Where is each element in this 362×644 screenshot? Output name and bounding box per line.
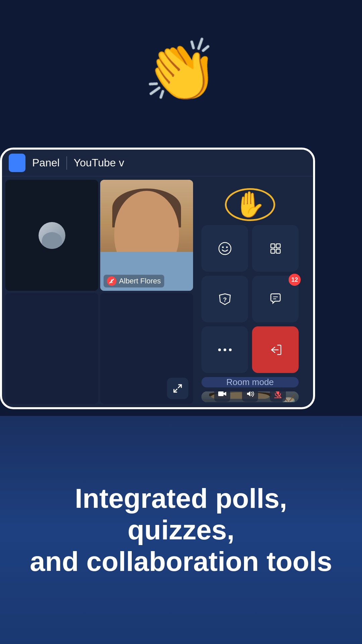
icon-grid: ? 12 (201, 225, 299, 373)
svg-point-15 (218, 348, 221, 351)
avatar-body (42, 232, 62, 249)
more-button[interactable] (201, 326, 248, 373)
device-section: Panel YouTube v (0, 141, 362, 416)
room-mode-button[interactable]: Room mode (201, 377, 299, 387)
clap-emoji: 👏 (143, 40, 219, 101)
video-cell-empty-2 (100, 293, 193, 404)
svg-rect-10 (271, 249, 275, 253)
svg-point-7 (226, 246, 228, 248)
chat-button[interactable]: 12 (252, 276, 299, 322)
bottom-preview: 🥁 (201, 391, 299, 402)
svg-point-16 (224, 348, 226, 351)
svg-point-17 (229, 348, 232, 351)
avatar-circle (39, 222, 65, 249)
expand-button[interactable] (167, 378, 188, 399)
panel-tab[interactable]: Panel (32, 157, 60, 169)
chat-badge: 12 (289, 274, 301, 286)
svg-text:?: ? (223, 297, 227, 303)
emoji-button[interactable] (201, 225, 248, 272)
question-button[interactable]: ? (201, 276, 248, 322)
exit-button[interactable] (252, 326, 299, 373)
bottom-text-line1: Integrated polls, quizzes, (75, 483, 287, 545)
hand-raise-button[interactable]: ✋ (225, 188, 275, 221)
svg-rect-8 (271, 244, 275, 248)
svg-rect-9 (276, 244, 280, 248)
tab-bar: Panel YouTube v (2, 150, 313, 176)
video-cell-avatar (5, 180, 98, 291)
preview-controls (201, 391, 299, 402)
video-grid: Albert Flores (2, 176, 196, 407)
tab-divider (66, 156, 67, 170)
svg-rect-11 (276, 249, 280, 253)
svg-point-6 (222, 246, 224, 248)
albert-face (100, 180, 193, 291)
svg-point-5 (219, 243, 231, 255)
right-panel: ✋ (196, 176, 304, 407)
room-mode-label: Room mode (226, 377, 274, 387)
bottom-text-line2: and collaboration tools (30, 546, 332, 577)
bottom-headline: Integrated polls, quizzes, and collabora… (27, 483, 335, 578)
preview-camera-button[interactable] (214, 391, 230, 402)
tab-blue-block (9, 154, 25, 172)
grid-button[interactable] (252, 225, 299, 272)
video-cell-empty-1 (5, 293, 98, 404)
device-frame: Panel YouTube v (0, 148, 315, 409)
preview-mic-button[interactable] (270, 391, 286, 402)
svg-rect-19 (218, 391, 224, 396)
participant-name: Albert Flores (119, 277, 161, 285)
top-section: 👏 (0, 0, 362, 141)
video-cell-albert: Albert Flores (100, 180, 193, 291)
hand-emoji: ✋ (234, 190, 266, 219)
youtube-tab[interactable]: YouTube v (74, 157, 124, 169)
main-content: Albert Flores (2, 176, 313, 407)
mic-off-icon (107, 276, 116, 286)
bottom-section: Integrated polls, quizzes, and collabora… (0, 416, 362, 644)
name-tag-albert: Albert Flores (104, 275, 164, 287)
preview-speaker-button[interactable] (242, 391, 258, 402)
